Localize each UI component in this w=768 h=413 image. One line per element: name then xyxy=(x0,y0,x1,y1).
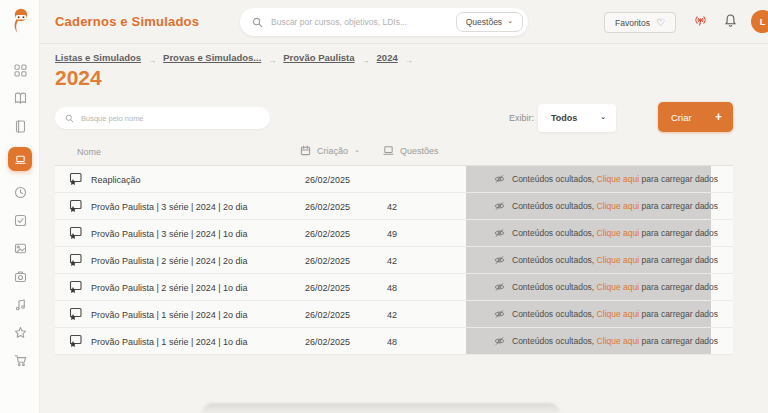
column-header-questions: Questões xyxy=(383,145,439,156)
cart-icon[interactable] xyxy=(13,353,27,367)
hidden-content-notice: Conteúdos ocultados, Clique aqui para ca… xyxy=(466,301,711,327)
hidden-content-notice: Conteúdos ocultados, Clique aqui para ca… xyxy=(466,274,711,300)
table-row[interactable]: Provão Paulista | 3 série | 2024 | 2o di… xyxy=(55,193,733,220)
table-row[interactable]: Provão Paulista | 3 série | 2024 | 1o di… xyxy=(55,220,733,247)
search-icon xyxy=(65,114,74,123)
media-icon[interactable] xyxy=(13,241,27,255)
exam-screen-star-icon xyxy=(68,226,83,241)
notice-prefix: Conteúdos ocultados, xyxy=(512,336,594,346)
notice-suffix: para carregar dados xyxy=(642,282,719,292)
camera-icon[interactable] xyxy=(13,269,27,283)
task-check-icon[interactable] xyxy=(13,213,27,227)
eye-slash-icon xyxy=(494,255,505,265)
table-header: Nome Criação ⌄ Questões xyxy=(55,142,733,166)
show-filter-select[interactable]: Todos ⌄ xyxy=(538,104,616,132)
brand-logo-icon[interactable] xyxy=(9,7,31,35)
breadcrumb-arrow-icon: → xyxy=(362,56,370,65)
table-row[interactable]: Provão Paulista | 1 série | 2024 | 1o di… xyxy=(55,328,733,355)
load-data-link[interactable]: Clique aqui xyxy=(597,228,640,238)
load-data-link[interactable]: Clique aqui xyxy=(597,255,640,265)
exam-screen-star-icon xyxy=(68,334,83,349)
calendar-icon xyxy=(300,145,311,156)
notice-suffix: para carregar dados xyxy=(642,255,719,265)
row-questions: 49 xyxy=(387,229,397,239)
load-data-link[interactable]: Clique aqui xyxy=(597,309,640,319)
page-title: 2024 xyxy=(55,66,102,90)
row-date: 26/02/2025 xyxy=(305,310,350,320)
clock-icon[interactable] xyxy=(13,185,27,199)
create-button[interactable]: Criar + xyxy=(658,102,733,132)
notice-suffix: para carregar dados xyxy=(642,309,719,319)
table-row[interactable]: Provão Paulista | 2 série | 2024 | 2o di… xyxy=(55,247,733,274)
show-filter-label: Exibir: xyxy=(509,113,534,123)
global-search-input[interactable] xyxy=(271,17,456,27)
chevron-down-icon: ⌄ xyxy=(507,17,513,25)
star-icon[interactable] xyxy=(13,325,27,339)
hidden-content-notice: Conteúdos ocultados, Clique aqui para ca… xyxy=(466,193,711,219)
eye-slash-icon xyxy=(494,201,505,211)
exam-screen-star-icon xyxy=(68,199,83,214)
table-body: Reaplicação 26/02/2025 Conteúdos ocultad… xyxy=(55,166,733,355)
breadcrumb-link[interactable]: Provas e Simulados... xyxy=(163,52,261,63)
row-questions: 42 xyxy=(387,202,397,212)
eye-slash-icon xyxy=(494,228,505,238)
music-icon[interactable] xyxy=(13,297,27,311)
breadcrumb-link[interactable]: 2024 xyxy=(377,52,398,63)
row-name: Provão Paulista | 2 série | 2024 | 1o di… xyxy=(91,283,248,293)
cadernos-icon[interactable] xyxy=(8,147,32,171)
load-data-link[interactable]: Clique aqui xyxy=(597,336,640,346)
eye-slash-icon xyxy=(494,336,505,346)
column-header-creation[interactable]: Criação ⌄ xyxy=(300,145,360,156)
notifications-bell-icon[interactable] xyxy=(723,13,738,29)
bottom-sheet-peek xyxy=(202,403,560,413)
chevron-down-icon: ⌄ xyxy=(600,113,606,121)
heart-icon: ♡ xyxy=(656,18,665,28)
eye-slash-icon xyxy=(494,309,505,319)
row-name: Provão Paulista | 1 série | 2024 | 1o di… xyxy=(91,337,248,347)
global-search[interactable]: Questões ⌄ xyxy=(240,8,528,36)
breadcrumb-link[interactable]: Provão Paulista xyxy=(283,52,354,63)
row-date: 26/02/2025 xyxy=(305,283,350,293)
hidden-content-notice: Conteúdos ocultados, Clique aqui para ca… xyxy=(466,328,711,354)
journal-icon[interactable] xyxy=(13,119,27,133)
notice-suffix: para carregar dados xyxy=(642,174,719,184)
row-name: Provão Paulista | 1 série | 2024 | 2o di… xyxy=(91,310,248,320)
table-row[interactable]: Provão Paulista | 1 série | 2024 | 2o di… xyxy=(55,301,733,328)
breadcrumb-arrow-icon: → xyxy=(268,56,276,65)
name-search-input[interactable] xyxy=(81,114,260,123)
breadcrumb-link[interactable]: Listas e Simulados xyxy=(55,52,141,63)
favorites-button[interactable]: Favoritos ♡ xyxy=(604,12,676,33)
row-questions: 48 xyxy=(387,283,397,293)
grid-icon[interactable] xyxy=(13,63,27,77)
row-name: Reaplicação xyxy=(91,175,141,185)
name-search[interactable] xyxy=(55,107,270,129)
table-row[interactable]: Reaplicação 26/02/2025 Conteúdos ocultad… xyxy=(55,166,733,193)
notice-prefix: Conteúdos ocultados, xyxy=(512,228,594,238)
column-header-name: Nome xyxy=(77,147,101,157)
row-date: 26/02/2025 xyxy=(305,337,350,347)
notice-prefix: Conteúdos ocultados, xyxy=(512,309,594,319)
row-name: Provão Paulista | 3 série | 2024 | 2o di… xyxy=(91,202,248,212)
eye-slash-icon xyxy=(494,282,505,292)
book-open-icon[interactable] xyxy=(13,91,27,105)
notice-prefix: Conteúdos ocultados, xyxy=(512,201,594,211)
breadcrumb-arrow-icon: → xyxy=(405,56,413,65)
sidebar-nav xyxy=(0,63,40,367)
row-questions: 42 xyxy=(387,310,397,320)
user-avatar[interactable]: L xyxy=(751,10,768,33)
row-date: 26/02/2025 xyxy=(305,229,350,239)
sort-chevron-icon: ⌄ xyxy=(354,146,360,154)
top-header: Cadernos e Simulados Questões ⌄ Favorito… xyxy=(40,0,768,44)
table-row[interactable]: Provão Paulista | 2 série | 2024 | 1o di… xyxy=(55,274,733,301)
exam-screen-star-icon xyxy=(68,307,83,322)
plus-icon: + xyxy=(715,110,722,124)
search-scope-dropdown[interactable]: Questões ⌄ xyxy=(456,12,523,32)
screen-icon xyxy=(383,145,394,156)
load-data-link[interactable]: Clique aqui xyxy=(597,174,640,184)
hidden-content-notice: Conteúdos ocultados, Clique aqui para ca… xyxy=(466,220,711,246)
load-data-link[interactable]: Clique aqui xyxy=(597,201,640,211)
load-data-link[interactable]: Clique aqui xyxy=(597,282,640,292)
eye-slash-icon xyxy=(494,174,505,184)
live-broadcast-icon[interactable] xyxy=(692,14,709,29)
search-icon xyxy=(252,17,263,28)
